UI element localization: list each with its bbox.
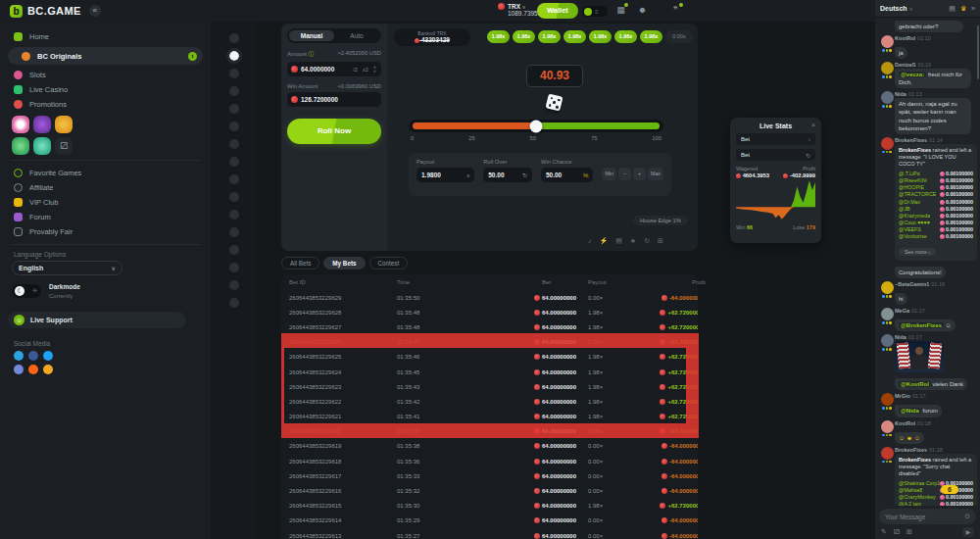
language-select[interactable]: English∨ — [12, 261, 122, 275]
chat-username[interactable]: KostRol — [895, 420, 915, 426]
chat-username[interactable]: MeGa — [895, 308, 909, 314]
chat-username[interactable]: Nida — [895, 91, 906, 97]
rain-username[interactable]: @Coco ♥♥♥♥ — [899, 220, 930, 225]
rail-icon[interactable] — [229, 280, 239, 290]
sidebar-item-promotions[interactable]: Promotions — [0, 97, 211, 112]
multiplier-pill[interactable]: 1.98x — [487, 30, 510, 43]
table-row[interactable]: 2606443853229624 01:35:45 64.00000000 1.… — [281, 365, 698, 379]
rocket-game-icon[interactable] — [12, 137, 29, 155]
send-message-icon[interactable]: ▶ — [962, 527, 974, 537]
slider-handle[interactable] — [530, 120, 543, 132]
sidebar-item-forum[interactable]: Forum — [0, 210, 211, 224]
telegram-icon[interactable] — [14, 351, 24, 361]
wallet-button[interactable]: Wallet — [537, 3, 578, 19]
double-bet-button[interactable]: x2 — [362, 67, 369, 73]
tab-manual[interactable]: Manual — [289, 30, 334, 41]
sidebar-item-live-casino[interactable]: Live Casino — [0, 82, 211, 97]
roll-now-button[interactable]: Roll Now — [287, 119, 381, 144]
amount-down-button[interactable]: ∨ — [372, 70, 377, 74]
bankroll-box[interactable]: Bankroll TRX 43203429 — [394, 28, 470, 46]
chat-username[interactable]: Nida — [895, 334, 906, 340]
trophy-icon[interactable]: ♛ — [960, 5, 966, 13]
rain-username[interactable]: @.T.LiPsi — [899, 171, 920, 176]
chat-username[interactable]: BrokenFixes — [895, 137, 927, 143]
sidebar-item-home[interactable]: Home — [0, 29, 211, 44]
sidebar-item-affiliate[interactable]: Affiliate — [0, 180, 211, 195]
tab-auto[interactable]: Auto — [334, 30, 379, 41]
table-row[interactable]: 2606443853229617 01:35:33 64.00000000 0.… — [281, 468, 698, 483]
table-row[interactable]: 2606443853229618 01:35:36 64.00000000 0.… — [281, 454, 698, 468]
reddit-icon[interactable] — [28, 365, 38, 374]
turbo-icon[interactable]: ⚡ — [600, 237, 609, 245]
bitcointalk-icon[interactable] — [43, 365, 53, 374]
avatar[interactable] — [881, 334, 894, 347]
sidebar-item-vip-club[interactable]: VIP Club — [0, 195, 211, 210]
close-icon[interactable]: × — [811, 122, 815, 128]
rain-username[interactable]: @HOOPIE — [899, 184, 924, 190]
refresh-icon[interactable]: ↻ — [806, 152, 810, 159]
table-row[interactable]: 2606443853229619 01:35:38 64.00000000 0.… — [281, 439, 698, 454]
table-row[interactable]: 2606443853229626 01:35:47 64.00000000 1.… — [281, 335, 698, 350]
table-row[interactable]: 2606443853229615 01:35:30 64.00000000 1.… — [281, 499, 698, 514]
chat-dice-icon[interactable]: ⚂ — [894, 528, 900, 536]
rail-icon[interactable] — [229, 263, 239, 272]
table-row[interactable]: 2606443853229623 01:35:43 64.00000000 1.… — [281, 379, 698, 394]
galaxy-game-icon[interactable] — [33, 116, 51, 133]
multiplier-pill[interactable]: 1.98x — [538, 30, 561, 43]
rail-icon[interactable] — [229, 227, 239, 237]
table-row[interactable]: 2606443853229621 01:35:41 64.00000000 1.… — [281, 410, 698, 424]
rain-username[interactable]: @Vovborise — [899, 233, 927, 239]
avatar[interactable] — [881, 62, 894, 74]
sidebar-item-bc-originals[interactable]: BC Originals› — [8, 47, 203, 65]
multiplier-pill[interactable]: 1.98x — [513, 30, 535, 43]
avatar[interactable] — [881, 447, 894, 460]
rail-icon[interactable] — [229, 192, 239, 202]
collapse-chat-icon[interactable]: » — [971, 5, 975, 12]
rain-username[interactable]: @Mahsa8 — [899, 487, 922, 493]
chat-bubble-icon[interactable]: ❞ — [670, 5, 681, 16]
balance-display[interactable]: TRX ∨ 1089.73953 — [498, 3, 541, 17]
chat-scrollbar-thumb[interactable] — [977, 25, 979, 79]
user-icon[interactable]: ☻ — [637, 5, 648, 16]
table-row[interactable]: 2606443853229627 01:35:48 64.00000000 1.… — [281, 319, 698, 334]
rail-icon[interactable] — [229, 104, 239, 114]
new-messages-badge[interactable]: 6 — [941, 485, 958, 494]
rain-username[interactable]: @JB — [899, 206, 910, 212]
chat-rules-pencil-icon[interactable]: ✎ — [881, 528, 887, 536]
dice-game-icon[interactable]: ⚂ — [55, 137, 73, 155]
rain-username[interactable]: @VEEFS — [899, 226, 921, 232]
rail-icon[interactable] — [229, 174, 239, 184]
rail-icon[interactable] — [229, 139, 239, 149]
min-button[interactable]: Min — [602, 168, 616, 180]
avatar[interactable] — [881, 281, 894, 294]
multiplier-pill[interactable]: 1.98x — [640, 30, 662, 43]
max-button[interactable]: Max — [648, 168, 663, 180]
chat-message-input[interactable]: Your Message ⊙ — [879, 509, 976, 524]
rail-icon-active-dice[interactable] — [229, 51, 239, 61]
stats-icon[interactable]: ▤ — [615, 237, 622, 245]
rail-icon[interactable] — [229, 122, 239, 131]
discord-icon[interactable] — [14, 365, 24, 374]
table-row[interactable]: 2606443853229613 01:35:27 64.00000000 0.… — [281, 528, 698, 539]
avatar[interactable] — [881, 420, 894, 433]
facebook-icon[interactable] — [28, 351, 38, 361]
rain-username[interactable]: @Shakiraa Corp1 — [899, 480, 940, 486]
mention[interactable]: @KostRol — [899, 381, 931, 387]
table-row[interactable]: 2606443853229622 01:35:42 64.00000000 1.… — [281, 394, 698, 409]
rail-icon[interactable] — [229, 33, 239, 43]
tab-all-bets[interactable]: All Bets — [281, 257, 319, 270]
mention[interactable]: @BrokenFixes — [899, 322, 944, 328]
tab-my-bets[interactable]: My Bets — [323, 257, 365, 270]
gem-game-icon[interactable] — [55, 116, 73, 133]
decrease-button[interactable]: − — [618, 168, 631, 180]
amount-input[interactable]: 64.0000000 /2 x2 ∧∨ — [287, 62, 381, 76]
rail-icon[interactable] — [229, 157, 239, 167]
multiplier-pill[interactable]: 1.98x — [614, 30, 637, 43]
avatar[interactable] — [881, 137, 894, 150]
chat-rules-icon[interactable]: ▤ — [949, 5, 956, 13]
deposit-icon[interactable]: ▦ — [615, 5, 626, 16]
win-chance-input[interactable]: 50.00% — [541, 168, 594, 182]
chat-attach-icon[interactable]: ⊞ — [906, 528, 912, 536]
bc-logo-icon[interactable]: b — [10, 5, 23, 18]
multiplier-pill-muted[interactable]: 0.00x — [665, 30, 693, 43]
